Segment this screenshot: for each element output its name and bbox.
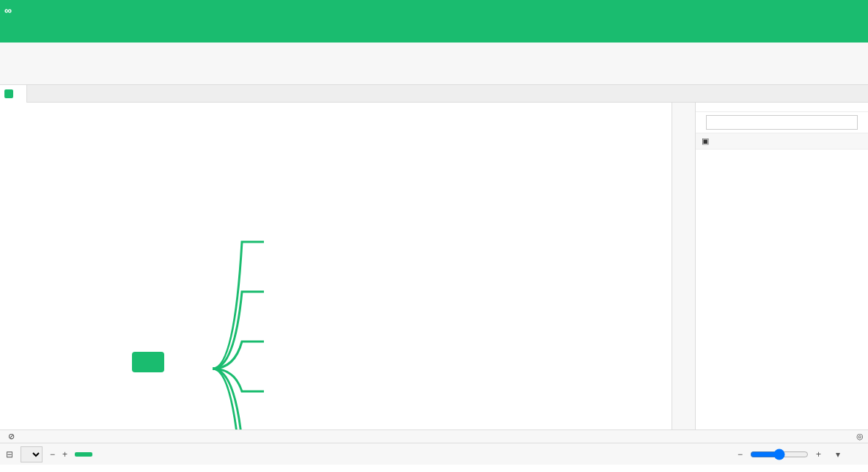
side-panel-header	[696, 103, 868, 112]
clipart-filter-combo[interactable]	[706, 115, 858, 130]
root-topic[interactable]	[132, 352, 164, 372]
canvas[interactable]	[0, 103, 672, 429]
page-selector[interactable]	[21, 446, 43, 462]
clipart-category[interactable]: ▣	[696, 133, 868, 150]
side-panel: ▣	[672, 103, 868, 429]
zoom-in-icon[interactable]: +	[816, 449, 821, 460]
page-tab[interactable]	[75, 452, 92, 457]
zoom-slider[interactable]	[750, 449, 809, 460]
no-fill-swatch[interactable]: ⊘	[8, 432, 15, 441]
color-palette: ⊘ ◎	[0, 429, 868, 443]
prev-page-icon[interactable]: −	[50, 449, 55, 460]
document-tab-icon	[4, 89, 13, 98]
quick-access-toolbar: ∞	[4, 4, 53, 16]
status-bar: ⊟ − + − + ▾	[0, 443, 868, 465]
ribbon	[0, 43, 868, 85]
zoom-out-icon[interactable]: −	[738, 449, 743, 460]
app-logo-icon: ∞	[4, 4, 12, 16]
next-page-icon[interactable]: +	[62, 449, 67, 460]
clipart-grid	[696, 150, 868, 429]
menu-bar	[0, 21, 868, 43]
outline-toggle-icon[interactable]: ⊟	[6, 449, 13, 460]
document-tab-bar	[0, 85, 868, 103]
workspace: ▣	[0, 103, 868, 429]
side-panel-tabs	[672, 103, 696, 429]
document-tab[interactable]	[0, 85, 27, 103]
title-bar: ∞	[0, 0, 868, 21]
side-panel-toolbar	[696, 112, 868, 133]
palette-eyedropper-icon[interactable]: ◎	[856, 432, 864, 441]
